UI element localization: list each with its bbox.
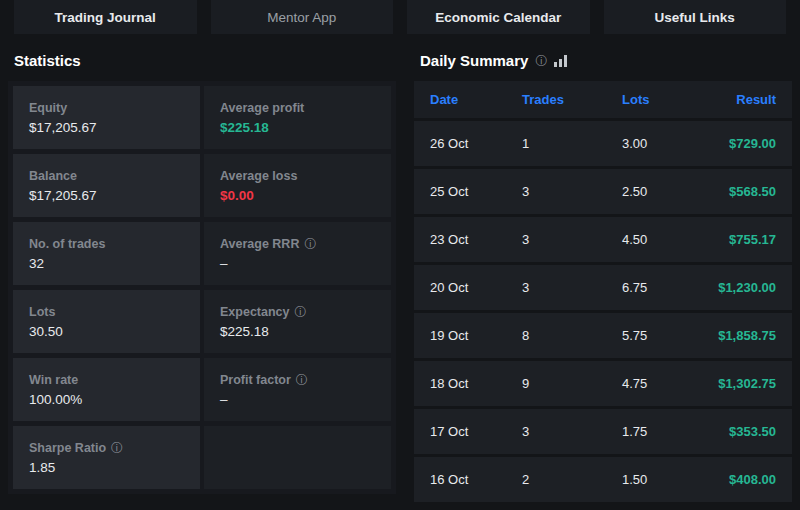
stat-label: Sharpe Ratio ⓘ <box>29 441 184 455</box>
stat-label: Balance <box>29 169 184 183</box>
stat-label-text: Profit factor <box>220 373 291 387</box>
stat-value: $225.18 <box>220 324 375 339</box>
table-row[interactable]: 20 Oct 3 6.75 $1,230.00 <box>414 265 792 310</box>
cell-trades: 3 <box>522 280 622 295</box>
cell-trades: 3 <box>522 232 622 247</box>
column-header-date: Date <box>430 92 522 107</box>
stat-value: $225.18 <box>220 120 375 135</box>
cell-date: 16 Oct <box>430 472 522 487</box>
table-row[interactable]: 26 Oct 1 3.00 $729.00 <box>414 121 792 166</box>
table-row[interactable]: 17 Oct 3 1.75 $353.50 <box>414 409 792 454</box>
stat-label: Average profit <box>220 101 375 115</box>
statistics-title-text: Statistics <box>14 52 81 69</box>
stat-label: Equity <box>29 101 184 115</box>
cell-result: $568.50 <box>718 184 776 199</box>
tab-useful-links[interactable]: Useful Links <box>604 0 787 34</box>
stat-label-text: Expectancy <box>220 305 289 319</box>
stat-label-text: Sharpe Ratio <box>29 441 106 455</box>
cell-date: 20 Oct <box>430 280 522 295</box>
table-row[interactable]: 16 Oct 2 1.50 $408.00 <box>414 457 792 502</box>
cell-lots: 4.75 <box>622 376 718 391</box>
table-header-row: Date Trades Lots Result <box>414 81 792 118</box>
cell-result: $729.00 <box>718 136 776 151</box>
stat-value: $17,205.67 <box>29 188 184 203</box>
stat-average-rrr: Average RRR ⓘ – <box>204 222 391 285</box>
stat-balance: Balance $17,205.67 <box>13 154 200 217</box>
cell-trades: 3 <box>522 424 622 439</box>
column-header-lots: Lots <box>622 92 718 107</box>
cell-result: $1,858.75 <box>718 328 776 343</box>
stat-equity: Equity $17,205.67 <box>13 86 200 149</box>
info-icon[interactable]: ⓘ <box>111 442 123 454</box>
bar-chart-icon[interactable] <box>554 55 567 67</box>
cell-date: 25 Oct <box>430 184 522 199</box>
cell-date: 18 Oct <box>430 376 522 391</box>
stat-value: 100.00% <box>29 392 184 407</box>
cell-result: $353.50 <box>718 424 776 439</box>
cell-lots: 6.75 <box>622 280 718 295</box>
table-row[interactable]: 25 Oct 3 2.50 $568.50 <box>414 169 792 214</box>
tab-mentor-app[interactable]: Mentor App <box>211 0 394 34</box>
cell-lots: 3.00 <box>622 136 718 151</box>
stat-win-rate: Win rate 100.00% <box>13 358 200 421</box>
stat-value: 30.50 <box>29 324 184 339</box>
stat-value: – <box>220 256 375 271</box>
cell-result: $1,302.75 <box>718 376 776 391</box>
stat-lots: Lots 30.50 <box>13 290 200 353</box>
statistics-title: Statistics <box>14 52 390 69</box>
cell-trades: 8 <box>522 328 622 343</box>
tab-economic-calendar[interactable]: Economic Calendar <box>407 0 590 34</box>
cell-date: 26 Oct <box>430 136 522 151</box>
info-icon[interactable]: ⓘ <box>304 238 316 250</box>
statistics-grid: Equity $17,205.67 Average profit $225.18… <box>13 86 391 489</box>
stat-label: Average RRR ⓘ <box>220 237 375 251</box>
info-icon[interactable]: ⓘ <box>535 55 547 67</box>
stat-expectancy: Expectancy ⓘ $225.18 <box>204 290 391 353</box>
stat-label: Average loss <box>220 169 375 183</box>
top-navigation: Trading Journal Mentor App Economic Cale… <box>0 0 800 34</box>
statistics-section: Statistics Equity $17,205.67 Average pro… <box>8 46 396 502</box>
stat-sharpe-ratio: Sharpe Ratio ⓘ 1.85 <box>13 426 200 489</box>
cell-trades: 2 <box>522 472 622 487</box>
stat-label: Lots <box>29 305 184 319</box>
cell-result: $1,230.00 <box>718 280 776 295</box>
cell-lots: 4.50 <box>622 232 718 247</box>
table-row[interactable]: 18 Oct 9 4.75 $1,302.75 <box>414 361 792 406</box>
stat-average-loss: Average loss $0.00 <box>204 154 391 217</box>
cell-result: $755.17 <box>718 232 776 247</box>
daily-summary-table: Date Trades Lots Result 26 Oct 1 3.00 $7… <box>414 81 792 502</box>
stat-value: 1.85 <box>29 460 184 475</box>
table-row[interactable]: 23 Oct 3 4.50 $755.17 <box>414 217 792 262</box>
cell-result: $408.00 <box>718 472 776 487</box>
main-content: Statistics Equity $17,205.67 Average pro… <box>0 34 800 502</box>
cell-lots: 5.75 <box>622 328 718 343</box>
cell-trades: 9 <box>522 376 622 391</box>
cell-date: 23 Oct <box>430 232 522 247</box>
table-row[interactable]: 19 Oct 8 5.75 $1,858.75 <box>414 313 792 358</box>
cell-lots: 1.75 <box>622 424 718 439</box>
stat-no-of-trades: No. of trades 32 <box>13 222 200 285</box>
stat-average-profit: Average profit $225.18 <box>204 86 391 149</box>
cell-trades: 3 <box>522 184 622 199</box>
info-icon[interactable]: ⓘ <box>296 374 308 386</box>
daily-summary-section: Daily Summary ⓘ Date Trades Lots Result … <box>414 46 792 502</box>
column-header-trades: Trades <box>522 92 622 107</box>
tab-trading-journal[interactable]: Trading Journal <box>14 0 197 34</box>
cell-date: 17 Oct <box>430 424 522 439</box>
stat-profit-factor: Profit factor ⓘ – <box>204 358 391 421</box>
daily-summary-title: Daily Summary ⓘ <box>420 52 786 69</box>
cell-date: 19 Oct <box>430 328 522 343</box>
stat-value: – <box>220 392 375 407</box>
stat-empty-cell <box>204 426 391 489</box>
stat-label-text: Average RRR <box>220 237 299 251</box>
info-icon[interactable]: ⓘ <box>294 306 306 318</box>
stat-value: 32 <box>29 256 184 271</box>
stat-label: Profit factor ⓘ <box>220 373 375 387</box>
column-header-result: Result <box>718 92 776 107</box>
stat-label: Expectancy ⓘ <box>220 305 375 319</box>
statistics-card: Equity $17,205.67 Average profit $225.18… <box>8 81 396 494</box>
daily-summary-title-text: Daily Summary <box>420 52 528 69</box>
cell-lots: 1.50 <box>622 472 718 487</box>
cell-trades: 1 <box>522 136 622 151</box>
stat-label: Win rate <box>29 373 184 387</box>
